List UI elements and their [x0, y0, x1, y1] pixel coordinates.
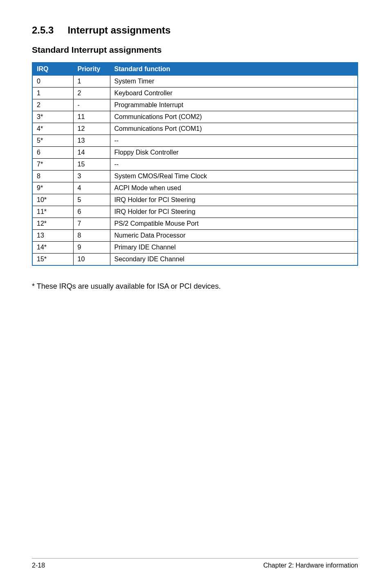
- table-row: 83System CMOS/Real Time Clock: [32, 171, 358, 182]
- header-function: Standard function: [110, 63, 358, 76]
- page-footer: 2-18 Chapter 2: Hardware information: [32, 558, 358, 569]
- cell-function: Floppy Disk Controller: [110, 147, 358, 159]
- table-row: 12Keyboard Controller: [32, 88, 358, 99]
- cell-function: Primary IDE Channel: [110, 242, 358, 254]
- cell-function: Communications Port (COM2): [110, 111, 358, 123]
- cell-irq: 14*: [32, 242, 73, 254]
- table-row: 5*13--: [32, 135, 358, 147]
- sub-heading: Standard Interrupt assignments: [32, 45, 358, 55]
- cell-irq: 10*: [32, 194, 73, 206]
- section-number: 2.5.3: [32, 25, 54, 36]
- cell-priority: 11: [73, 111, 110, 123]
- cell-function: System Timer: [110, 76, 358, 88]
- cell-function: IRQ Holder for PCI Steering: [110, 206, 358, 218]
- table-row: 4*12Communications Port (COM1): [32, 123, 358, 135]
- cell-function: Programmable Interrupt: [110, 99, 358, 111]
- cell-priority: 8: [73, 230, 110, 242]
- table-row: 11*6IRQ Holder for PCI Steering: [32, 206, 358, 218]
- cell-priority: 9: [73, 242, 110, 254]
- cell-irq: 8: [32, 171, 73, 182]
- cell-priority: 10: [73, 254, 110, 266]
- cell-priority: 2: [73, 88, 110, 99]
- section-title: Interrupt assignments: [67, 25, 170, 36]
- table-row: 14*9Primary IDE Channel: [32, 242, 358, 254]
- table-row: 15*10Secondary IDE Channel: [32, 254, 358, 266]
- cell-function: --: [110, 135, 358, 147]
- footnote: * These IRQs are usually available for I…: [32, 282, 358, 291]
- table-row: 9*4ACPI Mode when used: [32, 182, 358, 194]
- cell-function: IRQ Holder for PCI Steering: [110, 194, 358, 206]
- cell-priority: 14: [73, 147, 110, 159]
- table-row: 10*5IRQ Holder for PCI Steering: [32, 194, 358, 206]
- cell-priority: 15: [73, 159, 110, 171]
- cell-function: Numeric Data Processor: [110, 230, 358, 242]
- cell-priority: 4: [73, 182, 110, 194]
- cell-irq: 7*: [32, 159, 73, 171]
- cell-irq: 11*: [32, 206, 73, 218]
- cell-function: Keyboard Controller: [110, 88, 358, 99]
- header-irq: IRQ: [32, 63, 73, 76]
- cell-function: ACPI Mode when used: [110, 182, 358, 194]
- section-heading: 2.5.3Interrupt assignments: [32, 25, 358, 36]
- cell-function: --: [110, 159, 358, 171]
- page-container: 2.5.3Interrupt assignments Standard Inte…: [0, 0, 390, 588]
- table-row: 3*11Communications Port (COM2): [32, 111, 358, 123]
- table-row: 01System Timer: [32, 76, 358, 88]
- footer-page-number: 2-18: [32, 562, 45, 569]
- cell-priority: 5: [73, 194, 110, 206]
- cell-priority: 3: [73, 171, 110, 182]
- cell-irq: 6: [32, 147, 73, 159]
- table-row: 138Numeric Data Processor: [32, 230, 358, 242]
- irq-table: IRQ Priority Standard function 01System …: [32, 62, 358, 266]
- cell-irq: 0: [32, 76, 73, 88]
- cell-priority: 7: [73, 218, 110, 230]
- cell-irq: 3*: [32, 111, 73, 123]
- cell-irq: 4*: [32, 123, 73, 135]
- table-body: 01System Timer12Keyboard Controller2-Pro…: [32, 76, 358, 266]
- cell-irq: 13: [32, 230, 73, 242]
- footer-chapter: Chapter 2: Hardware information: [263, 562, 358, 569]
- cell-priority: 6: [73, 206, 110, 218]
- cell-priority: -: [73, 99, 110, 111]
- table-row: 12*7PS/2 Compatible Mouse Port: [32, 218, 358, 230]
- cell-irq: 2: [32, 99, 73, 111]
- cell-irq: 9*: [32, 182, 73, 194]
- header-priority: Priority: [73, 63, 110, 76]
- cell-priority: 12: [73, 123, 110, 135]
- cell-function: Secondary IDE Channel: [110, 254, 358, 266]
- cell-priority: 1: [73, 76, 110, 88]
- cell-function: System CMOS/Real Time Clock: [110, 171, 358, 182]
- cell-priority: 13: [73, 135, 110, 147]
- cell-function: PS/2 Compatible Mouse Port: [110, 218, 358, 230]
- table-row: 2-Programmable Interrupt: [32, 99, 358, 111]
- table-header-row: IRQ Priority Standard function: [32, 63, 358, 76]
- cell-function: Communications Port (COM1): [110, 123, 358, 135]
- cell-irq: 1: [32, 88, 73, 99]
- table-row: 614Floppy Disk Controller: [32, 147, 358, 159]
- cell-irq: 5*: [32, 135, 73, 147]
- cell-irq: 15*: [32, 254, 73, 266]
- cell-irq: 12*: [32, 218, 73, 230]
- table-row: 7*15--: [32, 159, 358, 171]
